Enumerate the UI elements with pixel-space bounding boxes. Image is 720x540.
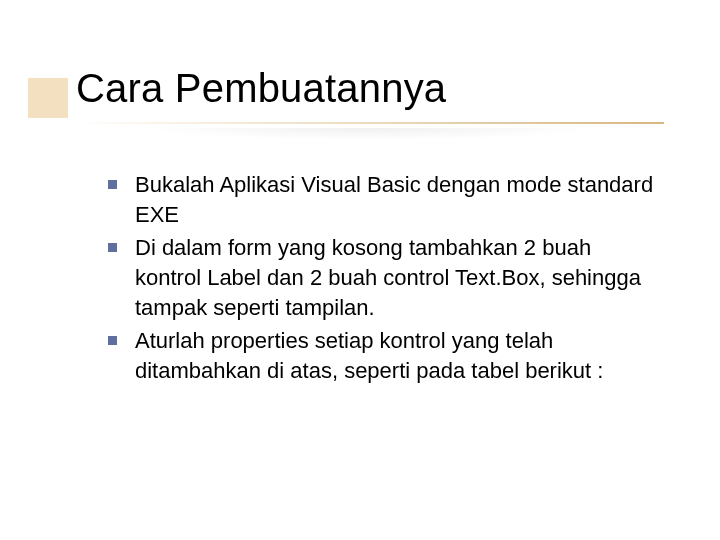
list-item: Di dalam form yang kosong tambahkan 2 bu…	[108, 233, 656, 322]
slide-title: Cara Pembuatannya	[76, 66, 446, 111]
list-item: Bukalah Aplikasi Visual Basic dengan mod…	[108, 170, 656, 229]
title-underline	[76, 122, 664, 132]
square-bullet-icon	[108, 180, 117, 189]
square-bullet-icon	[108, 243, 117, 252]
list-item: Aturlah properties setiap kontrol yang t…	[108, 326, 656, 385]
slide-body: Bukalah Aplikasi Visual Basic dengan mod…	[108, 170, 656, 390]
list-item-text: Aturlah properties setiap kontrol yang t…	[135, 326, 656, 385]
list-item-text: Bukalah Aplikasi Visual Basic dengan mod…	[135, 170, 656, 229]
list-item-text: Di dalam form yang kosong tambahkan 2 bu…	[135, 233, 656, 322]
square-bullet-icon	[108, 336, 117, 345]
title-accent-block	[28, 78, 68, 118]
